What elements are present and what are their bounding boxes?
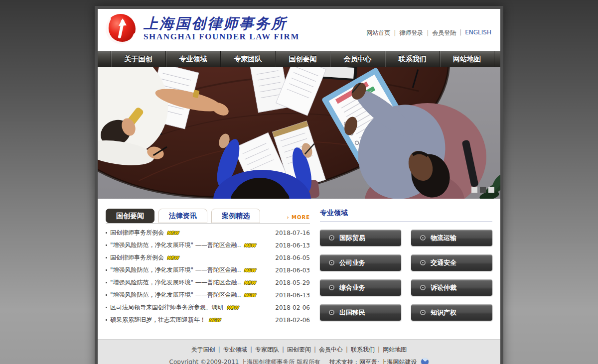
- target-icon: [329, 310, 334, 315]
- practice-label: 物流运输: [431, 234, 456, 243]
- nav-item[interactable]: 专家团队: [220, 51, 275, 67]
- logo-text: 上海国创律师事务所 SHANGHAI FOUNDER LAW FIRM: [144, 16, 299, 42]
- site-header: 上海国创律师事务所 SHANGHAI FOUNDER LAW FIRM 网站首页…: [98, 9, 500, 51]
- slider-dot[interactable]: [488, 187, 494, 193]
- footer-link[interactable]: 专家团队: [247, 346, 279, 354]
- news-date: 2018-05-29: [275, 279, 310, 286]
- news-item[interactable]: 国创律师事务所例会 NEW 2018-06-05: [106, 251, 310, 264]
- news-item[interactable]: "增强风险防范，净化发展环境" ——普陀区金融.. NEW 2018-05-29: [106, 276, 310, 289]
- news-tab[interactable]: 法律资讯: [158, 209, 207, 223]
- bullet-icon: [106, 232, 107, 234]
- target-icon: [329, 260, 334, 265]
- nav-item[interactable]: 会员中心: [330, 51, 385, 67]
- footer-link[interactable]: 会员中心: [311, 346, 343, 354]
- footer-link[interactable]: 网站地图: [375, 346, 407, 354]
- target-icon: [329, 235, 334, 241]
- practice-button[interactable]: 公司业务: [320, 254, 401, 271]
- news-item[interactable]: 硕果累累辞旧岁，壮志宏图迎新年！ NEW 2018-02-06: [106, 314, 310, 326]
- news-item[interactable]: "增强风险防范，净化发展环境" ——普陀区金融.. NEW 2018-06-13: [106, 239, 310, 251]
- practice-button[interactable]: 知识产权: [411, 304, 492, 321]
- main-content: 国创要闻法律资讯案例精选 › MORE 国创律师事务所例会 NEW 2018-0…: [98, 199, 500, 339]
- practice-label: 公司业务: [339, 258, 365, 267]
- hero-slider: [98, 67, 500, 199]
- practice-label: 诉讼仲裁: [431, 283, 456, 292]
- practice-label: 交通安全: [431, 258, 456, 267]
- bullet-icon: [106, 244, 107, 246]
- logo-title-en: SHANGHAI FOUNDER LAW FIRM: [144, 32, 299, 42]
- logo-title-cn: 上海国创律师事务所: [144, 16, 299, 32]
- practice-button[interactable]: 国际贸易: [320, 230, 401, 246]
- practice-label: 出国移民: [339, 308, 365, 317]
- nav-item[interactable]: 关于国创: [111, 51, 165, 67]
- new-badge: NEW: [167, 231, 179, 236]
- top-links: 网站首页律师登录会员登陆ENGLISH: [366, 29, 491, 37]
- slider-dot[interactable]: [480, 187, 486, 193]
- news-tabs: 国创要闻法律资讯案例精选: [106, 209, 260, 223]
- nav-item[interactable]: 联系我们: [385, 51, 440, 67]
- top-link[interactable]: 会员登陆: [423, 29, 456, 37]
- support-link[interactable]: 技术支持：网至普· 上海网站建设: [329, 359, 417, 364]
- slider-dot[interactable]: [471, 187, 477, 193]
- copyright-text: Copyright ©2009-2011 上海国创律师事务所 版权所有: [169, 359, 321, 364]
- bullet-icon: [106, 319, 107, 321]
- footer-link[interactable]: 联系我们: [343, 346, 375, 354]
- footer-link[interactable]: 关于国创: [191, 346, 215, 354]
- top-link[interactable]: ENGLISH: [456, 29, 491, 37]
- news-tabrow: 国创要闻法律资讯案例精选 › MORE: [106, 209, 310, 224]
- target-icon: [420, 235, 426, 241]
- news-date: 2018-06-05: [275, 254, 310, 261]
- new-badge: NEW: [244, 268, 256, 273]
- target-icon: [420, 310, 426, 315]
- news-title: "增强风险防范，净化发展环境" ——普陀区金融..: [110, 266, 241, 274]
- top-link[interactable]: 网站首页: [366, 29, 390, 37]
- target-icon: [329, 285, 334, 290]
- copyright-line: Copyright ©2009-2011 上海国创律师事务所 版权所有 技术支持…: [98, 358, 500, 364]
- news-title: 区司法局领导来国创律师事务所参观、调研: [110, 303, 224, 312]
- news-date: 2018-02-06: [275, 304, 310, 311]
- news-title: 国创律师事务所例会: [110, 253, 164, 262]
- more-link[interactable]: › MORE: [287, 215, 310, 223]
- practice-button[interactable]: 综合业务: [320, 279, 401, 296]
- new-badge: NEW: [227, 305, 239, 310]
- practice-button[interactable]: 物流运输: [411, 230, 492, 246]
- practice-grid: 国际贸易 物流运输 公司业务 交通安全: [320, 230, 492, 321]
- news-tab[interactable]: 国创要闻: [106, 209, 154, 223]
- news-item[interactable]: "增强风险防范，净化发展环境" ——普陀区金融.. NEW 2018-06-13: [106, 289, 310, 301]
- news-item[interactable]: 区司法局领导来国创律师事务所参观、调研 NEW 2018-02-06: [106, 301, 310, 314]
- new-badge: NEW: [167, 255, 179, 260]
- nav-item[interactable]: 国创要闻: [275, 51, 330, 67]
- news-column: 国创要闻法律资讯案例精选 › MORE 国创律师事务所例会 NEW 2018-0…: [106, 209, 310, 326]
- practice-label: 综合业务: [339, 283, 365, 292]
- practice-label: 知识产权: [431, 308, 456, 317]
- nav-item[interactable]: 专业领域: [165, 51, 220, 67]
- top-link[interactable]: 律师登录: [390, 29, 423, 37]
- news-date: 2018-06-13: [275, 242, 310, 249]
- practice-button[interactable]: 出国移民: [320, 304, 401, 321]
- news-date: 2018-06-13: [275, 292, 310, 299]
- practice-heading: 专业领域: [320, 209, 492, 222]
- hero-photo: [98, 67, 500, 199]
- bullet-icon: [106, 257, 107, 258]
- news-date: 2018-07-16: [275, 230, 310, 237]
- nav-item[interactable]: 网站地图: [440, 51, 494, 67]
- news-title: "增强风险防范，净化发展环境" ——普陀区金融..: [110, 291, 241, 299]
- practice-label: 国际贸易: [339, 234, 365, 243]
- new-badge: NEW: [244, 280, 256, 285]
- news-item[interactable]: 国创律师事务所例会 NEW 2018-07-16: [106, 227, 310, 239]
- footer-link[interactable]: 专业领域: [215, 346, 247, 354]
- practice-column: 专业领域 国际贸易 物流运输 公司业务: [320, 209, 492, 326]
- footer-link[interactable]: 国创要闻: [279, 346, 311, 354]
- slider-indicators: [471, 187, 494, 193]
- site-container: 上海国创律师事务所 SHANGHAI FOUNDER LAW FIRM 网站首页…: [95, 6, 503, 364]
- new-badge: NEW: [244, 243, 256, 248]
- news-date: 2018-06-03: [275, 267, 310, 274]
- new-badge: NEW: [244, 293, 256, 298]
- news-item[interactable]: "增强风险防范，净化发展环境" ——普陀区金融.. NEW 2018-06-03: [106, 264, 310, 276]
- practice-button[interactable]: 诉讼仲裁: [411, 279, 492, 296]
- news-tab[interactable]: 案例精选: [211, 209, 260, 223]
- footer-links: 关于国创专业领域专家团队国创要闻会员中心联系我们网站地图: [98, 346, 500, 354]
- target-icon: [420, 285, 426, 290]
- news-list: 国创律师事务所例会 NEW 2018-07-16 "增强风险防范，净化发展环境"…: [106, 227, 310, 326]
- pie-logo-icon: [421, 358, 429, 364]
- practice-button[interactable]: 交通安全: [411, 254, 492, 271]
